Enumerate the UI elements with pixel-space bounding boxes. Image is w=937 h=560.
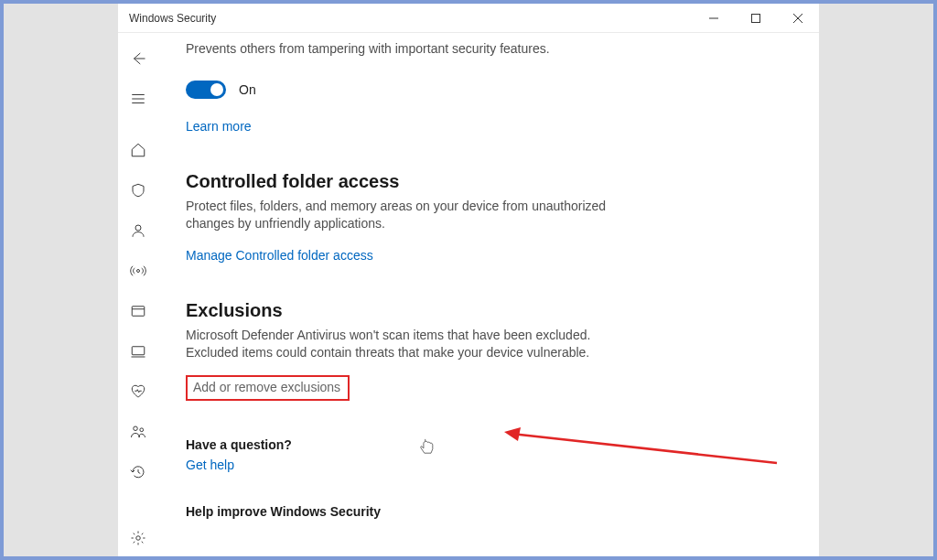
svg-point-8 [137,270,140,273]
home-icon[interactable] [120,132,156,168]
back-icon[interactable] [120,40,156,77]
maximize-button[interactable] [735,4,777,33]
account-icon[interactable] [120,212,156,249]
cursor-icon [420,438,434,458]
exclusions-link[interactable]: Add or remove exclusions [193,380,340,394]
app-browser-icon[interactable] [120,293,156,329]
tamper-toggle-label: On [239,82,256,97]
svg-rect-9 [132,307,145,317]
improve-heading: Help improve Windows Security [186,504,782,519]
tamper-description: Prevents others from tampering with impo… [186,40,625,59]
window-title: Windows Security [118,12,693,25]
tamper-learn-more-link[interactable]: Learn more [186,119,252,134]
titlebar: Windows Security [118,4,819,33]
highlight-box: Add or remove exclusions [186,375,350,401]
get-help-link[interactable]: Get help [186,458,234,472]
device-security-icon[interactable] [120,333,156,370]
cfa-manage-link[interactable]: Manage Controlled folder access [186,248,373,263]
content-area: Prevents others from tampering with impo… [158,33,819,556]
close-button[interactable] [777,4,819,33]
firewall-icon[interactable] [120,253,156,289]
svg-point-15 [136,536,141,541]
svg-rect-1 [752,14,760,22]
exclusions-heading: Exclusions [186,300,782,321]
svg-point-14 [140,428,144,432]
exclusions-description: Microsoft Defender Antivirus won't scan … [186,327,625,362]
cfa-heading: Controlled folder access [186,171,782,192]
cfa-description: Protect files, folders, and memory areas… [186,198,625,233]
menu-icon[interactable] [120,81,156,117]
settings-icon[interactable] [120,520,156,556]
health-icon[interactable] [120,373,156,410]
svg-point-13 [134,426,138,431]
sidebar [118,33,158,556]
minimize-button[interactable] [693,4,735,33]
svg-point-7 [135,225,141,231]
tamper-toggle[interactable] [186,81,226,99]
windows-security-window: Windows Security [118,4,819,556]
svg-line-16 [512,434,777,463]
family-icon[interactable] [120,414,156,450]
history-icon[interactable] [120,454,156,490]
shield-icon[interactable] [120,172,156,209]
svg-rect-11 [132,347,145,355]
annotation-arrow-icon [502,426,786,476]
svg-marker-17 [504,427,521,441]
